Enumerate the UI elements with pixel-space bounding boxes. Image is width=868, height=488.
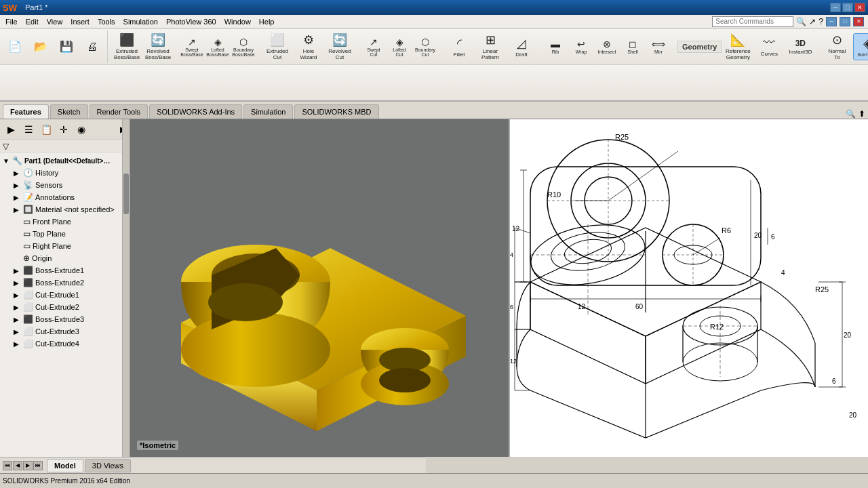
tab-expand-icon[interactable]: ⬆: [859, 109, 865, 119]
tree-part1[interactable]: ▼ 🔧 Part1 (Default<<Default>_Displa: [0, 155, 129, 167]
close-button[interactable]: ✕: [854, 3, 865, 12]
menu-simulation[interactable]: Simulation: [119, 16, 162, 27]
search-input[interactable]: [712, 16, 793, 27]
tab-prev-button[interactable]: ◀: [13, 461, 22, 470]
extruded-boss-button[interactable]: ⬛ ExtrudedBoss/Base: [112, 30, 142, 63]
front-plane-icon: ▭: [23, 217, 31, 226]
tab-solidworks-addins[interactable]: SOLIDWORKS Add-Ins: [149, 104, 242, 119]
panel-home-icon[interactable]: ▶: [3, 121, 19, 138]
filter-icon[interactable]: ▽: [3, 142, 9, 151]
tb-close[interactable]: ✕: [853, 17, 864, 26]
svg-text:R10: R10: [547, 190, 561, 199]
cut1-expand[interactable]: ▶: [14, 291, 22, 299]
boss1-expand[interactable]: ▶: [14, 267, 22, 274]
tree-cut-extrude4[interactable]: ▶ ⬜ Cut-Extrude4: [11, 338, 129, 350]
tb-max[interactable]: □: [840, 17, 850, 26]
menu-tools[interactable]: Tools: [94, 16, 119, 27]
tree-history[interactable]: ▶ 🕐 History: [11, 167, 129, 179]
history-expand[interactable]: ▶: [14, 169, 22, 177]
hole-wizard-button[interactable]: ⚙ HoleWizard: [294, 30, 323, 63]
curves-icon: 〰: [763, 36, 775, 50]
panel-list-icon[interactable]: ☰: [20, 121, 37, 138]
menu-view[interactable]: View: [43, 16, 67, 27]
tree-material[interactable]: ▶ 🔲 Material <not specified>: [11, 203, 129, 216]
boundary-boss-button[interactable]: ⬡ Boundary Boss/Base: [231, 35, 256, 59]
tree-cut-extrude2[interactable]: ▶ ⬜ Cut-Extrude2: [11, 301, 129, 313]
menu-insert[interactable]: Insert: [66, 16, 94, 27]
revolved-cut-button[interactable]: 🔄 RevolvedCut: [325, 30, 355, 63]
help-icon[interactable]: ?: [818, 17, 823, 26]
menu-help[interactable]: Help: [255, 16, 279, 27]
tree-sensors[interactable]: ▶ 📡 Sensors: [11, 179, 129, 191]
rib-button[interactable]: ▬ Rib: [543, 37, 568, 56]
tab-features[interactable]: Features: [3, 104, 49, 119]
viewport[interactable]: *Isometric: [130, 119, 868, 457]
boss2-expand[interactable]: ▶: [14, 279, 22, 287]
lofted-boss-button[interactable]: ◈ Lofted Boss/Base: [205, 35, 230, 59]
tree-boss-extrude2[interactable]: ▶ ⬛ Boss-Extrude2: [11, 277, 129, 289]
print-button[interactable]: 🖨: [80, 39, 104, 55]
fillet-button[interactable]: ◜ Fillet: [444, 33, 474, 60]
cut3-expand[interactable]: ▶: [14, 328, 22, 336]
revolved-boss-button[interactable]: 🔄 RevolvedBoss/Base: [143, 30, 173, 63]
open-button[interactable]: 📂: [28, 38, 53, 55]
maximize-button[interactable]: □: [842, 3, 853, 12]
new-button[interactable]: 📄: [3, 38, 27, 55]
wrap-button[interactable]: ↩ Wrap: [569, 37, 593, 56]
tree-boss-extrude3[interactable]: ▶ ⬛ Boss-Extrude3: [11, 313, 129, 325]
linear-pattern-button[interactable]: ⊞ LinearPattern: [475, 30, 505, 63]
tab-render-tools[interactable]: Render Tools: [90, 104, 149, 119]
tab-first-button[interactable]: ⏮: [3, 461, 12, 470]
tb-min[interactable]: ─: [826, 17, 837, 26]
tree-cut-extrude3[interactable]: ▶ ⬜ Cut-Extrude3: [11, 325, 129, 338]
isometric-button[interactable]: ◈ Isometric: [853, 33, 868, 60]
panel-properties-icon[interactable]: 📋: [38, 121, 54, 138]
menu-window[interactable]: Window: [220, 16, 255, 27]
swept-boss-button[interactable]: ↗ Swept Boss/Base: [180, 35, 204, 59]
minimize-button[interactable]: ─: [830, 3, 841, 12]
tree-front-plane[interactable]: ▶ ▭ Front Plane: [11, 216, 129, 228]
tab-search-icon[interactable]: 🔍: [846, 109, 856, 119]
tree-top-plane[interactable]: ▶ ▭ Top Plane: [11, 228, 129, 240]
draft-button[interactable]: ◿ Draft: [507, 33, 536, 60]
save-button[interactable]: 💾: [54, 38, 79, 55]
tree-annotations[interactable]: ▶ 📝 Annotations: [11, 191, 129, 203]
svg-text:6: 6: [771, 233, 775, 241]
tab-model[interactable]: Model: [47, 459, 83, 472]
cut4-expand[interactable]: ▶: [14, 340, 22, 348]
panel-display-icon[interactable]: ◉: [73, 121, 90, 138]
mirror-button[interactable]: ⟺ Mirr: [646, 37, 671, 56]
extruded-cut-button[interactable]: ⬜ ExtrudedCut: [262, 30, 292, 63]
menu-photoview[interactable]: PhotoView 360: [162, 16, 220, 27]
sensors-expand[interactable]: ▶: [14, 182, 22, 189]
intersect-button[interactable]: ⊗ Intersect: [595, 37, 619, 56]
lofted-cut-button[interactable]: ◈ Lofted Cut: [387, 35, 412, 59]
ref-geometry-button[interactable]: 📐 ReferenceGeometry: [723, 30, 753, 63]
shell-button[interactable]: ◻ Shell: [620, 37, 645, 56]
swept-cut-button[interactable]: ↗ Swept Cut: [361, 35, 386, 59]
instant3d-button[interactable]: 3D Instant3D: [785, 36, 815, 58]
tree-origin[interactable]: ▶ ⊕ Origin: [11, 252, 129, 264]
tab-3d-views[interactable]: 3D Views: [85, 459, 131, 472]
tree-boss-extrude1[interactable]: ▶ ⬛ Boss-Extrude1: [11, 264, 129, 277]
tab-simulation[interactable]: Simulation: [243, 104, 293, 119]
tab-last-button[interactable]: ⏭: [33, 461, 43, 470]
expand-icon[interactable]: ↗: [809, 17, 816, 26]
menu-file[interactable]: File: [1, 16, 22, 27]
annotations-expand[interactable]: ▶: [14, 194, 22, 201]
panel-add-icon[interactable]: ✛: [56, 121, 72, 138]
tab-next-button[interactable]: ▶: [23, 461, 33, 470]
cut2-expand[interactable]: ▶: [14, 304, 22, 311]
menu-edit[interactable]: Edit: [22, 16, 43, 27]
tab-sketch[interactable]: Sketch: [50, 104, 88, 119]
normal-to-button[interactable]: ⊙ NormalTo: [822, 30, 852, 63]
tree-right-plane[interactable]: ▶ ▭ Right Plane: [11, 240, 129, 252]
part1-expand[interactable]: ▼: [3, 157, 11, 165]
search-icon[interactable]: 🔍: [796, 17, 806, 26]
boundary-cut-button[interactable]: ⬡ Boundary Cut: [413, 35, 437, 59]
curves-button[interactable]: 〰 Curves: [754, 33, 784, 60]
material-expand[interactable]: ▶: [14, 206, 22, 214]
boss3-expand[interactable]: ▶: [14, 316, 22, 323]
tree-cut-extrude1[interactable]: ▶ ⬜ Cut-Extrude1: [11, 289, 129, 301]
tab-solidworks-mbd[interactable]: SOLIDWORKS MBD: [294, 104, 378, 119]
